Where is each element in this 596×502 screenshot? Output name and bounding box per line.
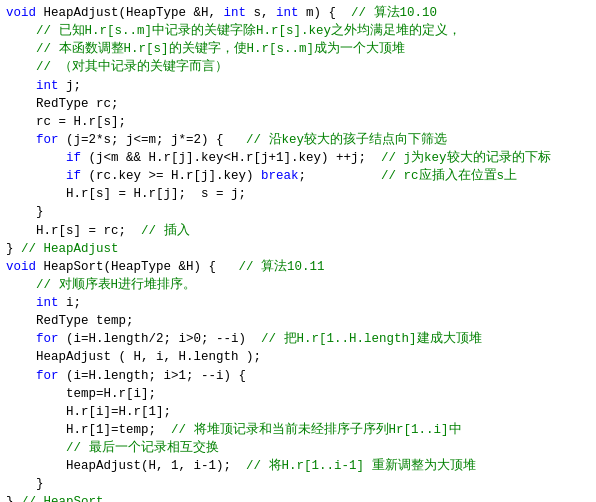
code-line-27: } <box>6 475 590 493</box>
code-line-20: HeapAdjust ( H, i, H.length ); <box>6 348 590 366</box>
code-line-22: temp=H.r[i]; <box>6 385 590 403</box>
code-line-19: for (i=H.length/2; i>0; --i) // 把H.r[1..… <box>6 330 590 348</box>
code-line-18: RedType temp; <box>6 312 590 330</box>
code-line-14: } // HeapAdjust <box>6 240 590 258</box>
code-line-11: H.r[s] = H.r[j]; s = j; <box>6 185 590 203</box>
code-line-9: if (j<m && H.r[j].key<H.r[j+1].key) ++j;… <box>6 149 590 167</box>
code-line-8: for (j=2*s; j<=m; j*=2) { // 沿key较大的孩子结点… <box>6 131 590 149</box>
code-line-5: int j; <box>6 77 590 95</box>
code-line-6: RedType rc; <box>6 95 590 113</box>
code-line-24: H.r[1]=temp; // 将堆顶记录和当前未经排序子序列Hr[1..i]中 <box>6 421 590 439</box>
code-line-2: // 已知H.r[s..m]中记录的关键字除H.r[s].key之外均满足堆的定… <box>6 22 590 40</box>
code-editor: void HeapAdjust(HeapType &H, int s, int … <box>0 0 596 502</box>
code-line-10: if (rc.key >= H.r[j].key) break; // rc应插… <box>6 167 590 185</box>
code-line-21: for (i=H.length; i>1; --i) { <box>6 367 590 385</box>
code-line-23: H.r[i]=H.r[1]; <box>6 403 590 421</box>
code-line-12: } <box>6 203 590 221</box>
code-line-3: // 本函数调整H.r[s]的关键字，使H.r[s..m]成为一个大顶堆 <box>6 40 590 58</box>
code-line-28: } // HeapSort <box>6 493 590 502</box>
code-line-15: void HeapSort(HeapType &H) { // 算法10.11 <box>6 258 590 276</box>
code-line-17: int i; <box>6 294 590 312</box>
code-line-4: // （对其中记录的关键字而言） <box>6 58 590 76</box>
code-line-7: rc = H.r[s]; <box>6 113 590 131</box>
code-line-1: void HeapAdjust(HeapType &H, int s, int … <box>6 4 590 22</box>
code-line-25: // 最后一个记录相互交换 <box>6 439 590 457</box>
code-line-13: H.r[s] = rc; // 插入 <box>6 222 590 240</box>
code-line-26: HeapAdjust(H, 1, i-1); // 将H.r[1..i-1] 重… <box>6 457 590 475</box>
code-line-16: // 对顺序表H进行堆排序。 <box>6 276 590 294</box>
